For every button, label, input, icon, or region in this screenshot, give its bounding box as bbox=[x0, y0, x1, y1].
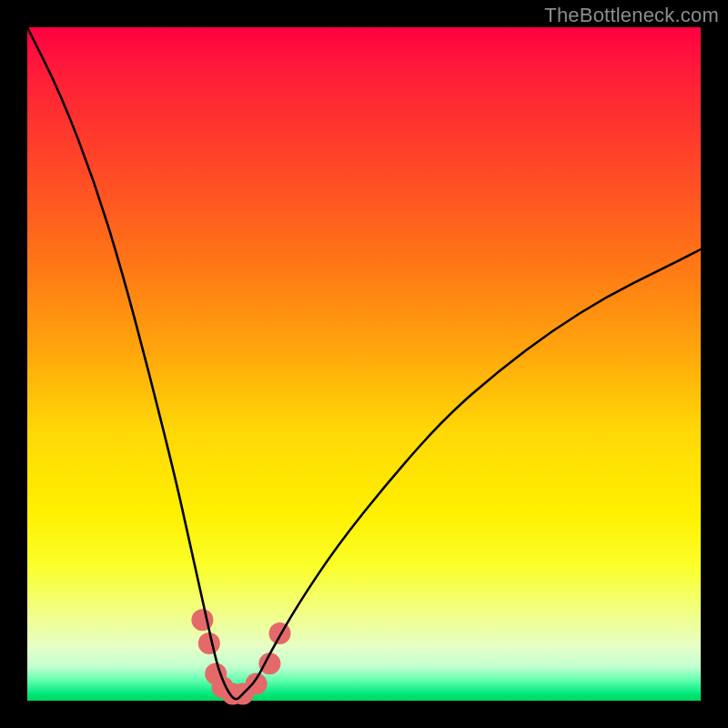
marker-marker-A bbox=[191, 609, 213, 631]
marker-marker-B bbox=[198, 632, 220, 654]
plot-area bbox=[27, 27, 701, 701]
marker-marker-I bbox=[269, 622, 291, 644]
chart-svg bbox=[27, 27, 701, 701]
watermark-text: TheBottleneck.com bbox=[544, 4, 719, 27]
marker-marker-G bbox=[246, 673, 268, 695]
bottleneck-curve bbox=[27, 27, 701, 699]
data-markers bbox=[191, 609, 290, 704]
chart-stage: TheBottleneck.com bbox=[0, 0, 728, 728]
